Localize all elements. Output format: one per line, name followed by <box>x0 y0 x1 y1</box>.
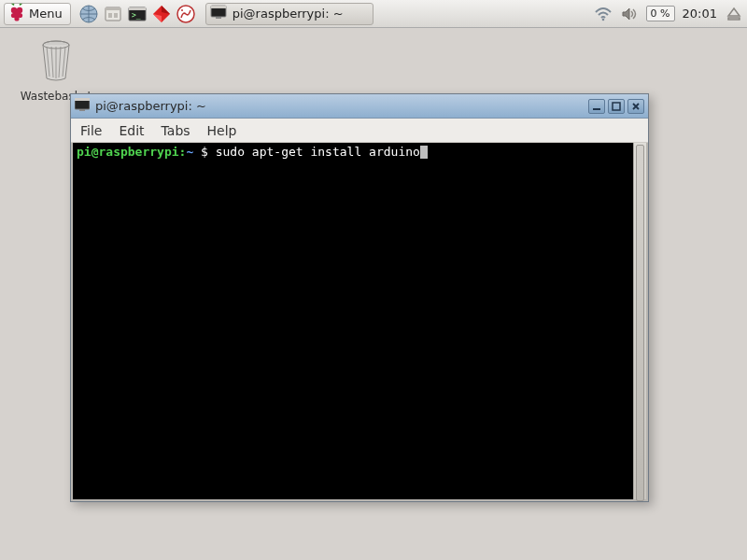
prompt-user: pi@raspberrypi <box>77 145 179 159</box>
web-browser-icon[interactable] <box>78 4 99 24</box>
svg-text:>_: >_ <box>132 11 141 20</box>
svg-point-18 <box>181 9 183 11</box>
svg-rect-27 <box>75 98 90 101</box>
cpu-usage[interactable]: 0 % <box>646 6 675 21</box>
scrollbar-thumb[interactable] <box>636 145 644 501</box>
menu-button[interactable]: Menu <box>4 3 71 25</box>
wolfram-icon[interactable] <box>176 4 196 24</box>
menu-file[interactable]: File <box>80 123 102 138</box>
terminal-task-icon <box>210 5 227 22</box>
svg-rect-20 <box>211 6 226 8</box>
prompt-symbol: $ <box>201 145 208 159</box>
volume-icon[interactable] <box>620 5 639 23</box>
menu-help[interactable]: Help <box>207 123 237 138</box>
command-input: sudo apt-get install arduino <box>216 145 420 159</box>
top-panel: Menu >_ pi@raspberrypi: ~ 0 % 20 <box>0 0 747 28</box>
svg-rect-8 <box>106 7 120 10</box>
minimize-button[interactable] <box>588 99 605 114</box>
svg-point-5 <box>14 16 19 21</box>
svg-point-22 <box>601 18 604 21</box>
terminal-menubar: File Edit Tabs Help <box>71 119 648 143</box>
window-controls <box>588 99 644 114</box>
clock[interactable]: 20:01 <box>683 7 717 21</box>
file-manager-icon[interactable] <box>103 4 123 24</box>
menu-label: Menu <box>29 7 63 21</box>
svg-rect-10 <box>114 13 118 18</box>
terminal-launcher-icon[interactable]: >_ <box>127 4 148 24</box>
terminal-scrollbar[interactable] <box>633 143 646 499</box>
taskbar-terminal-task[interactable]: pi@raspberrypi: ~ <box>205 3 374 25</box>
terminal-output[interactable]: pi@raspberrypi:~ $ sudo apt-get install … <box>73 143 633 499</box>
menu-edit[interactable]: Edit <box>119 123 144 138</box>
maximize-button[interactable] <box>608 99 625 114</box>
taskbar-task-label: pi@raspberrypi: ~ <box>233 7 344 21</box>
svg-rect-29 <box>593 108 600 110</box>
raspberry-pi-logo-icon <box>8 3 25 24</box>
quick-launchers: >_ <box>78 4 196 24</box>
svg-rect-21 <box>216 17 221 19</box>
close-button[interactable] <box>627 99 644 114</box>
window-terminal-icon <box>75 98 90 114</box>
window-titlebar[interactable]: pi@raspberrypi: ~ <box>71 94 648 119</box>
menu-tabs[interactable]: Tabs <box>162 123 190 138</box>
terminal-body-wrap: pi@raspberrypi:~ $ sudo apt-get install … <box>71 143 648 501</box>
terminal-window: pi@raspberrypi: ~ File Edit Tabs Help pi… <box>70 93 649 502</box>
window-title: pi@raspberrypi: ~ <box>95 99 583 113</box>
mathematica-icon[interactable] <box>151 4 172 24</box>
prompt-path: ~ <box>186 145 193 159</box>
eject-icon[interactable] <box>725 5 743 23</box>
svg-rect-12 <box>129 7 146 10</box>
system-tray: 0 % 20:01 <box>594 5 743 23</box>
svg-rect-9 <box>108 13 112 18</box>
svg-rect-23 <box>728 18 740 20</box>
terminal-cursor <box>420 146 428 159</box>
trash-icon <box>19 37 93 88</box>
svg-rect-28 <box>79 109 85 111</box>
wifi-icon[interactable] <box>594 5 613 23</box>
svg-rect-30 <box>613 103 620 110</box>
